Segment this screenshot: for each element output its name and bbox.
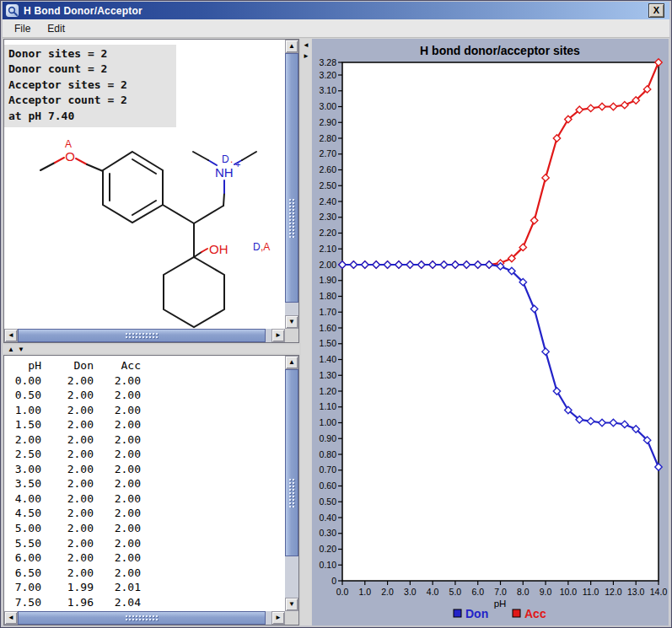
split-collapse-left-icon[interactable]: ◄ [303, 41, 309, 50]
x-tick-label: 8.0 [517, 587, 530, 597]
y-tick-label: 0.50 [320, 496, 337, 507]
table-cell: 2.00 [41, 506, 94, 521]
scroll-up-icon[interactable]: ▲ [285, 356, 298, 369]
menu-bar: File Edit [3, 19, 669, 38]
table-row: 5.002.002.00 [4, 521, 285, 536]
x-tick-label: 14.0 [650, 587, 668, 597]
plot-area [342, 62, 659, 581]
legend-swatch-acc [513, 609, 520, 617]
x-tick-label: 13.0 [627, 587, 645, 597]
close-button[interactable]: X [648, 3, 664, 18]
scroll-left-icon[interactable]: ◄ [4, 329, 18, 342]
x-tick-label: 0.0 [336, 587, 349, 597]
title-bar[interactable]: H Bond Donor/Acceptor X [3, 2, 669, 19]
table-vertical-scrollbar[interactable]: ▲ ▼ [285, 356, 298, 611]
horizontal-split-divider[interactable]: ▲ ▼ [3, 345, 299, 353]
molecule-vscroll-thumb[interactable] [285, 53, 298, 303]
chart-panel: H bond donor/acceptor sites00.100.200.30… [312, 39, 669, 625]
y-tick-label: 3.00 [320, 101, 337, 111]
y-tick-label: 1.20 [320, 386, 337, 396]
y-tick-label: 1.50 [320, 338, 337, 348]
scroll-left-icon[interactable]: ◄ [4, 611, 18, 625]
app-magnifier-icon [6, 4, 19, 17]
legend-swatch-don [454, 609, 461, 617]
x-tick-label: 4.0 [427, 587, 439, 597]
split-collapse-down-icon[interactable]: ▼ [18, 346, 24, 354]
table-cell: 2.00 [41, 432, 94, 448]
molecule-vertical-scrollbar[interactable]: ▲ ▼ [285, 40, 298, 329]
scroll-up-icon[interactable]: ▲ [285, 40, 298, 53]
table-cell: 2.00 [94, 403, 141, 418]
table-cell: 5.00 [4, 521, 41, 536]
info-line: Acceptor sites = 2 [8, 78, 173, 93]
table-header-row: pHDonAcc [4, 358, 285, 373]
table-row: 1.002.002.00 [4, 403, 285, 418]
table-row: 4.002.002.00 [4, 491, 285, 507]
table-row: 7.501.962.04 [4, 595, 285, 610]
scrollbar-corner [285, 611, 298, 625]
table-cell: 7.50 [4, 595, 41, 610]
y-tick-label: 2.80 [320, 133, 337, 143]
scroll-right-icon[interactable]: ► [271, 329, 285, 342]
amine-group: NH [215, 165, 234, 180]
amine-donor-label-dot: . [230, 153, 233, 165]
split-collapse-right-icon[interactable]: ► [303, 52, 309, 61]
y-tick-label: 1.80 [320, 291, 337, 301]
x-tick-label: 1.0 [358, 587, 371, 597]
hydroxyl-donor-label: D [253, 241, 261, 253]
table-cell: 2.00 [41, 388, 94, 403]
y-tick-label: 3.10 [320, 85, 337, 95]
x-tick-label: 3.0 [404, 587, 417, 597]
window-title: H Bond Donor/Acceptor [24, 5, 142, 17]
y-tick-label: 1.40 [320, 354, 337, 364]
y-tick-label: 2.50 [320, 180, 337, 191]
y-tick-label: 0.70 [320, 464, 337, 475]
split-collapse-up-icon[interactable]: ▲ [8, 346, 14, 354]
y-tick-label: 0.30 [320, 528, 337, 538]
chart-canvas: H bond donor/acceptor sites00.100.200.30… [312, 39, 669, 625]
x-tick-label: 6.0 [471, 587, 484, 597]
table-cell: pH [4, 358, 41, 373]
chart-title: H bond donor/acceptor sites [420, 44, 580, 57]
table-hscroll-thumb[interactable] [18, 611, 266, 625]
table-cell: 2.00 [41, 373, 94, 389]
table-cell: 2.00 [41, 566, 94, 581]
table-scrollpane: pHDonAcc0.002.002.000.502.002.001.002.00… [3, 355, 299, 625]
y-tick-label: 0 [331, 576, 336, 586]
table-horizontal-scrollbar[interactable]: ◄ ► [4, 611, 285, 625]
legend-label-acc: Acc [524, 607, 546, 620]
amine-charge: + [235, 159, 240, 169]
menu-file[interactable]: File [6, 20, 39, 37]
menu-edit[interactable]: Edit [39, 20, 73, 37]
x-tick-label: 9.0 [540, 587, 552, 597]
table-cell: 2.00 [94, 491, 141, 507]
molecule-hscroll-thumb[interactable] [18, 329, 266, 342]
table-vscroll-thumb[interactable] [285, 369, 298, 556]
table-cell: 2.00 [94, 373, 141, 389]
y-tick-label: 1.70 [320, 307, 337, 317]
molecule-horizontal-scrollbar[interactable]: ◄ ► [4, 329, 285, 342]
scroll-down-icon[interactable]: ▼ [285, 315, 298, 329]
site-count-info: Donor sites = 2Donor count = 2Acceptor s… [4, 45, 176, 127]
table-cell: 2.00 [94, 432, 141, 448]
methoxy-oxygen-atom: O [65, 149, 75, 164]
vertical-split-divider[interactable]: ◄ ► [301, 39, 311, 625]
table-cell: 2.00 [41, 536, 94, 551]
y-tick-label: 2.40 [320, 196, 337, 207]
y-tick-label: 0.20 [320, 544, 337, 554]
table-cell: 2.00 [94, 550, 141, 566]
y-tick-label: 2.90 [320, 117, 337, 127]
scroll-down-icon[interactable]: ▼ [285, 598, 298, 611]
scroll-right-icon[interactable]: ► [271, 611, 285, 625]
info-line: Donor count = 2 [8, 62, 173, 77]
table-cell: 0.00 [4, 373, 41, 389]
table-row: 1.502.002.00 [4, 417, 285, 432]
table-cell: 2.00 [41, 550, 94, 566]
y-tick-label: 0.40 [320, 513, 337, 523]
table-row: 4.502.002.00 [4, 506, 285, 521]
table-cell: 2.00 [94, 506, 141, 521]
table-cell: 2.00 [94, 536, 141, 551]
table-row: 2.002.002.00 [4, 432, 285, 448]
app-window: H Bond Donor/Acceptor X File Edit [0, 0, 672, 628]
table-cell: 2.50 [4, 447, 41, 462]
